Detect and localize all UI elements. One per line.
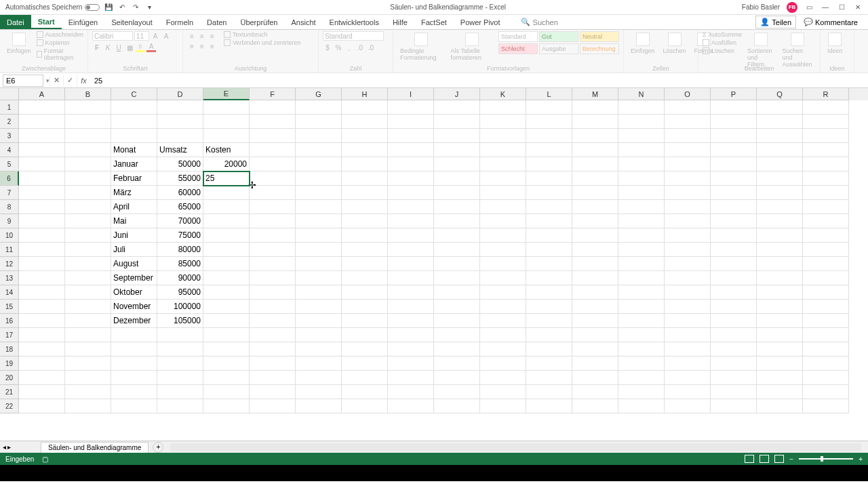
cell-L15[interactable] [526,300,572,314]
cell-P18[interactable] [711,342,757,357]
cell-P6[interactable] [711,171,757,186]
col-header-D[interactable]: D [157,88,203,100]
cell-B9[interactable] [65,214,111,228]
number-format-select[interactable]: Standard [323,31,384,41]
cell-F21[interactable] [250,385,296,399]
row-header-20[interactable]: 20 [0,371,19,385]
cell-P5[interactable] [711,157,757,171]
cell-R5[interactable] [803,157,849,171]
cell-R1[interactable] [803,100,849,115]
cell-R13[interactable] [803,271,849,285]
cell-O18[interactable] [665,342,711,357]
cell-O3[interactable] [665,129,711,143]
close-icon[interactable]: ✕ [853,3,863,12]
cell-D7[interactable]: 60000 [157,186,203,200]
percent-icon[interactable]: % [334,43,343,52]
cell-F13[interactable] [250,271,296,285]
bold-button[interactable]: F [92,43,102,52]
grow-font-icon[interactable]: A [151,31,160,41]
cell-G9[interactable] [296,214,342,228]
cell-G17[interactable] [296,328,342,342]
ideas-button[interactable]: Ideen [825,31,846,56]
cell-P9[interactable] [711,214,757,228]
cell-R10[interactable] [803,228,849,243]
cell-O13[interactable] [665,271,711,285]
macro-record-icon[interactable]: ▢ [42,455,48,463]
cell-N22[interactable] [618,399,665,413]
align-mid-icon[interactable]: ≡ [197,31,207,41]
row-header-6[interactable]: 6 [0,171,19,186]
cell-C18[interactable] [111,342,157,357]
cell-I9[interactable] [388,214,434,228]
cell-K9[interactable] [480,214,526,228]
cell-B10[interactable] [65,228,111,243]
cell-R15[interactable] [803,300,849,314]
cell-L17[interactable] [526,328,572,342]
cell-J6[interactable] [434,171,480,186]
cell-R8[interactable] [803,200,849,214]
qat-dropdown-icon[interactable]: ▾ [144,3,154,12]
col-header-A[interactable]: A [19,88,65,100]
col-header-G[interactable]: G [296,88,342,100]
align-right-icon[interactable]: ≡ [208,41,217,51]
cell-O11[interactable] [665,243,711,257]
cell-D19[interactable] [157,357,203,371]
tab-help[interactable]: Hilfe [386,15,414,29]
cell-H6[interactable] [342,171,388,186]
cell-G21[interactable] [296,385,342,399]
cell-L11[interactable] [526,243,572,257]
cell-O7[interactable] [665,186,711,200]
cell-M10[interactable] [572,228,618,243]
cell-I8[interactable] [388,200,434,214]
cell-P22[interactable] [711,399,757,413]
row-header-14[interactable]: 14 [0,285,19,300]
cell-I6[interactable] [388,171,434,186]
cell-D17[interactable] [157,328,203,342]
cell-K11[interactable] [480,243,526,257]
share-button[interactable]: 👤 Teilen [755,16,796,28]
cell-R7[interactable] [803,186,849,200]
cell-K5[interactable] [480,157,526,171]
cell-N6[interactable] [618,171,665,186]
cell-I20[interactable] [388,371,434,385]
cell-O1[interactable] [665,100,711,115]
cell-F20[interactable] [250,371,296,385]
cell-A10[interactable] [19,228,65,243]
cell-L19[interactable] [526,357,572,371]
cell-O5[interactable] [665,157,711,171]
cell-N11[interactable] [618,243,665,257]
cell-I13[interactable] [388,271,434,285]
select-all-corner[interactable] [0,88,19,100]
cell-R16[interactable] [803,314,849,328]
cell-I7[interactable] [388,186,434,200]
confirm-edit-button[interactable]: ✓ [63,75,77,87]
cell-B20[interactable] [65,371,111,385]
cell-B13[interactable] [65,271,111,285]
cell-R14[interactable] [803,285,849,300]
cell-O6[interactable] [665,171,711,186]
cell-G8[interactable] [296,200,342,214]
cell-B2[interactable] [65,115,111,129]
row-header-3[interactable]: 3 [0,129,19,143]
cell-E16[interactable] [203,314,250,328]
cell-D14[interactable]: 95000 [157,285,203,300]
cell-M20[interactable] [572,371,618,385]
cell-N2[interactable] [618,115,665,129]
cell-Q6[interactable] [757,171,803,186]
cell-Q1[interactable] [757,100,803,115]
cell-P7[interactable] [711,186,757,200]
cell-B3[interactable] [65,129,111,143]
cell-H17[interactable] [342,328,388,342]
cell-J3[interactable] [434,129,480,143]
delete-cells-button[interactable]: Löschen [660,31,689,56]
font-name-select[interactable]: Calibri [92,31,133,41]
cell-F2[interactable] [250,115,296,129]
cell-H4[interactable] [342,143,388,157]
cell-C17[interactable] [111,328,157,342]
sheet-tab[interactable]: Säulen- und Balkendiagramme [41,442,149,453]
cell-I16[interactable] [388,314,434,328]
cell-Q19[interactable] [757,357,803,371]
row-header-15[interactable]: 15 [0,300,19,314]
cell-I17[interactable] [388,328,434,342]
inc-decimal-icon[interactable]: .0 [355,43,365,52]
